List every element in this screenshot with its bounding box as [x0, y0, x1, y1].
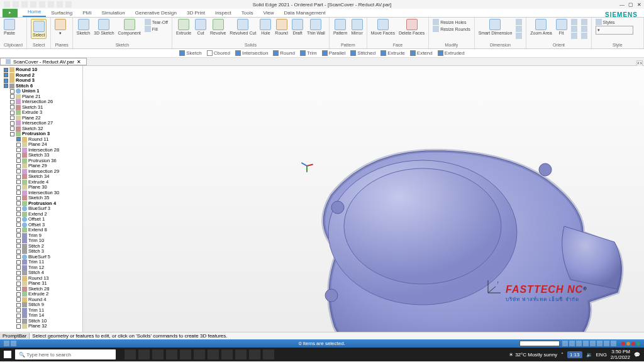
- smart-dim-button[interactable]: Smart Dimension: [479, 19, 513, 35]
- tree-checkbox[interactable]: [16, 260, 21, 265]
- orient-sm6[interactable]: [581, 33, 587, 39]
- minimize-icon[interactable]: —: [619, 2, 625, 8]
- cut-button[interactable]: Cut: [195, 19, 206, 35]
- tab-surfacing[interactable]: Surfacing: [46, 9, 77, 17]
- status-icon[interactable]: [597, 341, 602, 346]
- tree-checkbox[interactable]: [16, 287, 21, 291]
- tree-checkbox[interactable]: [10, 126, 14, 131]
- taskbar-app-icon[interactable]: [249, 349, 260, 359]
- tree-checkbox[interactable]: [16, 250, 21, 254]
- status-icon[interactable]: [604, 341, 609, 346]
- feature-tree[interactable]: Round 10Round 2Round 3Stitch 6Union 1Pla…: [0, 66, 83, 332]
- select-button[interactable]: Select: [31, 19, 47, 39]
- tree-item[interactable]: Plane 32: [1, 324, 81, 329]
- tree-checkbox[interactable]: [16, 180, 21, 184]
- tray-network-icon[interactable]: 🔉: [586, 352, 592, 358]
- filter-extend[interactable]: Extend: [410, 50, 433, 56]
- taskbar-app-icon[interactable]: [221, 349, 233, 359]
- doc-close-icon[interactable]: ✕: [77, 59, 81, 65]
- tree-item[interactable]: Extrude 3: [1, 110, 81, 116]
- taskbar-app-icon[interactable]: [235, 349, 247, 359]
- status-icon[interactable]: [583, 341, 589, 346]
- filter-trim[interactable]: Trim: [300, 50, 317, 56]
- tree-checkbox[interactable]: [16, 158, 21, 163]
- tree-checkbox[interactable]: [10, 132, 14, 136]
- qat-undo-icon[interactable]: [13, 1, 19, 8]
- tree-checkbox[interactable]: [16, 319, 21, 323]
- orient-sm1[interactable]: [571, 19, 577, 25]
- tab-3dprint[interactable]: 3D Print: [182, 9, 210, 17]
- tree-checkbox[interactable]: [16, 196, 21, 200]
- status-icon[interactable]: [11, 341, 16, 346]
- tree-checkbox[interactable]: [16, 153, 21, 158]
- fill-button[interactable]: Fill: [145, 26, 168, 32]
- taskbar-app-icon[interactable]: [208, 349, 219, 359]
- taskbar-app-icon[interactable]: [138, 349, 150, 359]
- tree-checkbox[interactable]: [10, 105, 14, 109]
- component-button[interactable]: Component: [118, 19, 141, 35]
- delete-faces-button[interactable]: Delete Faces: [399, 19, 425, 35]
- move-faces-button[interactable]: Move Faces: [371, 19, 395, 35]
- tab-view[interactable]: View: [258, 9, 279, 17]
- tree-checkbox[interactable]: [16, 143, 21, 147]
- taskbar-app-icon[interactable]: [166, 349, 177, 359]
- status-icon[interactable]: [611, 341, 616, 346]
- tree-checkbox[interactable]: [16, 303, 21, 307]
- tree-checkbox[interactable]: [16, 276, 21, 280]
- tree-checkbox[interactable]: [16, 233, 21, 238]
- tab-datamgmt[interactable]: Data Management: [279, 9, 331, 17]
- qat-icon[interactable]: [57, 1, 63, 8]
- qat-save-icon[interactable]: [4, 1, 10, 8]
- tray-clock[interactable]: 3:50 PM2/1/2022: [611, 349, 630, 360]
- dim-sm2[interactable]: [516, 26, 522, 32]
- tree-checkbox[interactable]: [4, 68, 8, 72]
- tree-checkbox[interactable]: [16, 308, 21, 312]
- hole-button[interactable]: Hole: [260, 19, 271, 35]
- fit-button[interactable]: Fit: [556, 19, 567, 35]
- tab-inspect[interactable]: Inspect: [210, 9, 236, 17]
- tree-checkbox[interactable]: [10, 121, 14, 126]
- tree-checkbox[interactable]: [16, 271, 21, 275]
- qat-icon[interactable]: [30, 1, 36, 8]
- dim-sm3[interactable]: [516, 33, 522, 39]
- tree-checkbox[interactable]: [16, 324, 21, 329]
- filter-round[interactable]: Round: [273, 50, 295, 56]
- close-icon[interactable]: ✕: [637, 2, 641, 8]
- tree-checkbox[interactable]: [16, 201, 21, 206]
- qat-icon[interactable]: [48, 1, 54, 8]
- sketch-button[interactable]: Sketch: [77, 19, 90, 35]
- tab-pmi[interactable]: PMI: [77, 9, 96, 17]
- status-icon[interactable]: [590, 341, 596, 346]
- draft-button[interactable]: Draft: [292, 19, 303, 35]
- tray-chevron-icon[interactable]: ˄: [561, 352, 564, 358]
- tree-checkbox[interactable]: [16, 239, 21, 243]
- maximize-icon[interactable]: ▢: [628, 2, 633, 8]
- status-icon[interactable]: [4, 341, 9, 346]
- planes-button[interactable]: ▾: [55, 19, 66, 36]
- tree-checkbox[interactable]: [16, 217, 21, 222]
- task-view-icon[interactable]: [125, 349, 136, 359]
- view-cube-triad[interactable]: ↑: [486, 278, 503, 297]
- filter-extruded[interactable]: Extruded: [438, 50, 465, 56]
- tree-checkbox[interactable]: [4, 79, 8, 83]
- document-tab[interactable]: ScanCover - Reduct AV.par ✕: [0, 58, 87, 65]
- tree-checkbox[interactable]: [16, 228, 21, 233]
- tree-checkbox[interactable]: [4, 73, 8, 77]
- filter-sketch[interactable]: Sketch: [179, 50, 201, 56]
- orient-sm5[interactable]: [581, 26, 587, 32]
- weather-widget[interactable]: ☀ 32°C Mostly sunny: [509, 352, 557, 358]
- dim-sm1[interactable]: [516, 19, 522, 25]
- tree-checkbox[interactable]: [16, 255, 21, 259]
- filter-extrude[interactable]: Extrude: [380, 50, 405, 56]
- tree-checkbox[interactable]: [16, 207, 21, 211]
- tree-checkbox[interactable]: [16, 244, 21, 248]
- filter-intersection[interactable]: Intersection: [235, 50, 268, 56]
- qat-icon[interactable]: [65, 1, 72, 8]
- tree-item[interactable]: Stitch 6: [1, 84, 81, 89]
- tree-item[interactable]: Union 1: [1, 89, 81, 94]
- revolve-button[interactable]: Revolve: [210, 19, 226, 35]
- tree-checkbox[interactable]: [16, 148, 21, 152]
- qat-icon[interactable]: [39, 1, 45, 8]
- tree-checkbox[interactable]: [16, 292, 21, 297]
- tab-generative[interactable]: Generative Design: [130, 9, 182, 17]
